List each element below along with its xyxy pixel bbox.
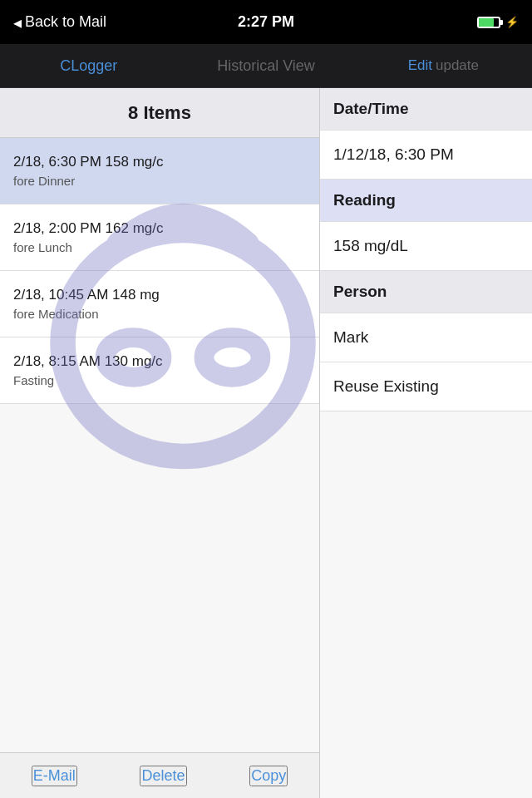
copy-button[interactable]: Copy bbox=[249, 766, 288, 786]
reuse-existing-row[interactable]: Reuse Existing bbox=[320, 362, 532, 411]
lightning-icon: ⚡ bbox=[505, 16, 519, 28]
nav-bar: CLogger Historical View Edit update bbox=[0, 44, 532, 88]
email-button[interactable]: E-Mail bbox=[32, 766, 77, 786]
reading-value: 158 mg/dL bbox=[333, 237, 408, 254]
detail-reading-value: 158 mg/dL bbox=[320, 222, 532, 271]
delete-button[interactable]: Delete bbox=[140, 766, 186, 786]
list-item[interactable]: 2/18, 10:45 AM 148 mg fore Medication bbox=[0, 271, 319, 337]
list-item-label-4: Fasting bbox=[13, 373, 306, 387]
list-item[interactable]: 2/18, 8:15 AM 130 mg/c Fasting bbox=[0, 337, 319, 404]
reuse-existing-label: Reuse Existing bbox=[333, 377, 439, 395]
right-panel: Date/Time 1/12/18, 6:30 PM Reading 158 m… bbox=[320, 88, 532, 798]
bottom-toolbar: E-Mail Delete Copy bbox=[0, 752, 319, 798]
datetime-label: Date/Time bbox=[333, 100, 408, 117]
list-item[interactable]: 2/18, 2:00 PM 162 mg/c fore Lunch bbox=[0, 204, 319, 271]
list-count: 8 Items bbox=[128, 102, 191, 124]
battery-fill bbox=[479, 18, 494, 27]
chevron-left-icon: ◂ bbox=[13, 12, 22, 32]
detail-person-value: Mark bbox=[320, 313, 532, 362]
left-panel: 8 Items 2/18, 6:30 PM 158 mg/c fore Dinn… bbox=[0, 88, 320, 798]
list-item-datetime-3: 2/18, 10:45 AM 148 mg bbox=[13, 287, 306, 303]
list-items: 2/18, 6:30 PM 158 mg/c fore Dinner 2/18,… bbox=[0, 138, 319, 752]
tab-edit[interactable]: Edit update bbox=[355, 44, 532, 87]
status-right: ⚡ bbox=[477, 16, 519, 28]
tab-clogger[interactable]: CLogger bbox=[0, 44, 177, 87]
status-time: 2:27 PM bbox=[238, 13, 294, 31]
reading-label: Reading bbox=[333, 191, 396, 209]
list-item-label-1: fore Dinner bbox=[13, 174, 306, 188]
detail-datetime-value: 1/12/18, 6:30 PM bbox=[320, 131, 532, 180]
detail-datetime-header: Date/Time bbox=[320, 88, 532, 131]
back-label: Back to Mail bbox=[25, 13, 106, 31]
detail-person-header: Person bbox=[320, 271, 532, 313]
detail-reading-header: Reading bbox=[320, 180, 532, 222]
list-item-label-2: fore Lunch bbox=[13, 240, 306, 254]
list-item-datetime-1: 2/18, 6:30 PM 158 mg/c bbox=[13, 154, 306, 170]
main-content: 8 Items 2/18, 6:30 PM 158 mg/c fore Dinn… bbox=[0, 88, 532, 798]
battery-icon bbox=[477, 17, 500, 28]
list-header: 8 Items bbox=[0, 88, 319, 138]
back-button[interactable]: ◂ Back to Mail bbox=[13, 12, 106, 32]
list-item-datetime-4: 2/18, 8:15 AM 130 mg/c bbox=[13, 353, 306, 370]
datetime-value: 1/12/18, 6:30 PM bbox=[333, 145, 454, 163]
list-item-label-3: fore Medication bbox=[13, 307, 306, 321]
person-value: Mark bbox=[333, 328, 368, 346]
person-label: Person bbox=[333, 283, 387, 300]
tab-historical-view[interactable]: Historical View bbox=[177, 44, 354, 87]
list-item[interactable]: 2/18, 6:30 PM 158 mg/c fore Dinner bbox=[0, 138, 319, 204]
list-item-datetime-2: 2/18, 2:00 PM 162 mg/c bbox=[13, 220, 306, 237]
status-bar: ◂ Back to Mail 2:27 PM ⚡ bbox=[0, 0, 532, 44]
